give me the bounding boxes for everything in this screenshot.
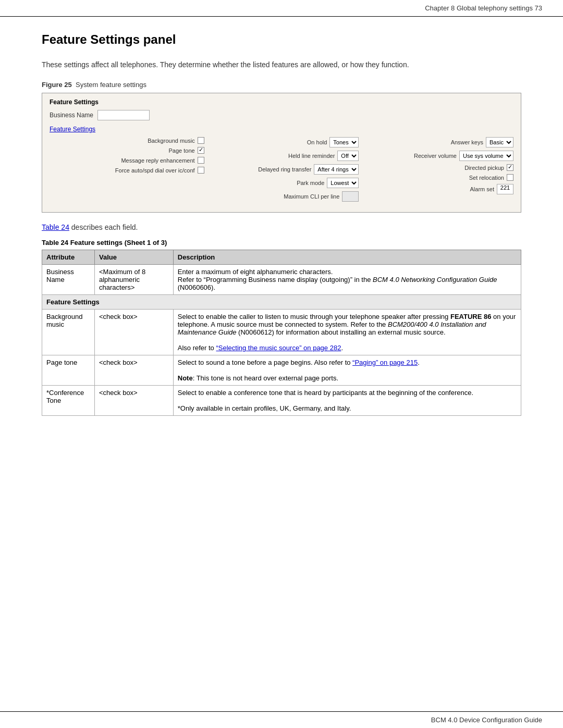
on-hold-label: On hold	[307, 139, 327, 145]
col-description: Description	[173, 250, 521, 265]
table24: Attribute Value Description Business Nam…	[42, 250, 521, 416]
message-reply-row: Message reply enhancement	[50, 157, 204, 164]
cell-attribute: Page tone	[42, 355, 95, 386]
cell-value: <Maximum of 8 alphanumeric characters>	[95, 265, 174, 295]
table-header-row: Attribute Value Description	[42, 250, 521, 265]
park-mode-label: Park mode	[297, 180, 324, 186]
cell-description: Select to sound a tone before a page beg…	[173, 355, 521, 386]
background-music-row: Background music	[50, 137, 204, 144]
chapter-title: Feature Settings panel	[42, 32, 521, 49]
business-name-label: Business Name	[50, 112, 93, 119]
cell-description: Enter a maximum of eight alphanumeric ch…	[173, 265, 521, 295]
figure-label: Figure 25	[42, 81, 72, 89]
max-cli-label: Maximum CLI per line	[284, 193, 339, 200]
receiver-volume-select[interactable]: Use sys volume	[459, 151, 513, 161]
directed-pickup-label: Directed pickup	[464, 165, 504, 171]
park-mode-row: Park mode Lowest	[204, 178, 359, 188]
alarm-set-label: Alarm set	[470, 186, 494, 192]
settings-panel: Feature Settings Business Name Feature S…	[42, 93, 521, 213]
table24-link[interactable]: Table 24	[42, 223, 69, 231]
settings-panel-title: Feature Settings	[50, 98, 513, 106]
force-auto-row: Force auto/spd dial over ic/conf	[50, 167, 204, 174]
max-cli-row: Maximum CLI per line	[204, 191, 359, 202]
middle-column: On hold Tones Held line reminder Off Del…	[204, 137, 359, 205]
table24-caption: Table 24 Feature settings (Sheet 1 of 3)	[42, 239, 521, 246]
message-reply-label: Message reply enhancement	[121, 157, 194, 164]
table-ref-suffix: describes each field.	[69, 223, 138, 231]
held-line-row: Held line reminder Off	[204, 151, 359, 161]
left-column: Background music Page tone Message reply…	[50, 137, 204, 205]
section-header-row: Feature Settings	[42, 295, 521, 310]
force-auto-checkbox[interactable]	[198, 167, 204, 174]
set-relocation-label: Set relocation	[469, 175, 504, 181]
table-row: Page tone <check box> Select to sound a …	[42, 355, 521, 386]
table-row: *Conference Tone <check box> Select to e…	[42, 386, 521, 416]
paging-link[interactable]: “Paging” on page 215	[352, 359, 418, 366]
col-attribute: Attribute	[42, 250, 95, 265]
main-content: Feature Settings panel These settings af…	[0, 17, 563, 447]
page-tone-checkbox[interactable]	[198, 147, 204, 154]
cell-attribute: Business Name	[42, 265, 95, 295]
on-hold-row: On hold Tones	[204, 137, 359, 147]
set-relocation-row: Set relocation	[359, 174, 513, 181]
receiver-volume-label: Receiver volume	[414, 153, 457, 159]
cell-description: Select to enable a conference tone that …	[173, 386, 521, 416]
table-row: Business Name <Maximum of 8 alphanumeric…	[42, 265, 521, 295]
business-name-input[interactable]	[97, 110, 150, 120]
background-music-checkbox[interactable]	[198, 137, 204, 144]
force-auto-label: Force auto/spd dial over ic/conf	[115, 167, 195, 174]
right-column: Answer keys Basic Receiver volume Use sy…	[359, 137, 513, 205]
background-music-label: Background music	[148, 138, 195, 144]
delayed-ring-label: Delayed ring transfer	[258, 166, 311, 172]
directed-pickup-checkbox[interactable]	[507, 164, 513, 171]
on-hold-select[interactable]: Tones	[329, 137, 359, 147]
intro-paragraph: These settings affect all telephones. Th…	[42, 59, 521, 70]
delayed-ring-select[interactable]: After 4 rings	[314, 164, 359, 175]
figure-caption: Figure 25 System feature settings	[42, 81, 521, 89]
business-name-row: Business Name	[50, 110, 513, 120]
settings-columns: Background music Page tone Message reply…	[50, 137, 513, 205]
message-reply-checkbox[interactable]	[198, 157, 204, 164]
header-text: Chapter 8 Global telephony settings 73	[425, 4, 542, 12]
answer-keys-label: Answer keys	[451, 139, 483, 145]
cell-value: <check box>	[95, 355, 174, 386]
alarm-set-input[interactable]: 221	[497, 184, 513, 194]
alarm-set-row: Alarm set 221	[359, 184, 513, 194]
directed-pickup-row: Directed pickup	[359, 164, 513, 171]
table-ref-text: Table 24 describes each field.	[42, 223, 521, 231]
receiver-volume-row: Receiver volume Use sys volume	[359, 151, 513, 161]
answer-keys-row: Answer keys Basic	[359, 137, 513, 147]
cell-value: <check box>	[95, 386, 174, 416]
cell-attribute: Background music	[42, 310, 95, 355]
music-source-link[interactable]: “Selecting the music source” on page 282	[216, 344, 341, 352]
set-relocation-checkbox[interactable]	[507, 174, 513, 181]
page-footer: BCM 4.0 Device Configuration Guide	[0, 711, 563, 728]
cell-description: Select to enable the caller to listen to…	[173, 310, 521, 355]
delayed-ring-row: Delayed ring transfer After 4 rings	[204, 164, 359, 175]
feature-settings-link[interactable]: Feature Settings	[50, 126, 513, 133]
held-line-select[interactable]: Off	[337, 151, 359, 161]
page-header: Chapter 8 Global telephony settings 73	[0, 0, 563, 17]
cell-attribute: *Conference Tone	[42, 386, 95, 416]
answer-keys-select[interactable]: Basic	[486, 137, 513, 147]
park-mode-select[interactable]: Lowest	[327, 178, 359, 188]
table-row: Background music <check box> Select to e…	[42, 310, 521, 355]
max-cli-input[interactable]	[342, 191, 359, 202]
page-tone-label: Page tone	[169, 147, 195, 154]
cell-value: <check box>	[95, 310, 174, 355]
col-value: Value	[95, 250, 174, 265]
page-tone-row: Page tone	[50, 147, 204, 154]
section-header-cell: Feature Settings	[42, 295, 521, 310]
footer-text: BCM 4.0 Device Configuration Guide	[431, 716, 542, 724]
held-line-label: Held line reminder	[288, 153, 335, 159]
